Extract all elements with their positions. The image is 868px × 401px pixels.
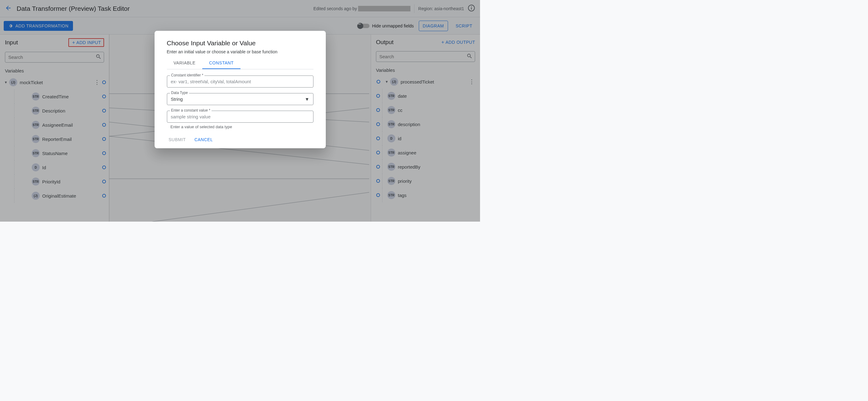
submit-button[interactable]: SUBMIT	[169, 137, 186, 142]
chevron-down-icon: ▼	[305, 96, 309, 102]
dialog-actions: SUBMIT CANCEL	[167, 135, 313, 142]
data-type-field: Data Type String ▼	[167, 93, 313, 105]
dialog-title: Choose Input Variable or Value	[167, 39, 313, 47]
dialog-scrim[interactable]: Choose Input Variable or Value Enter an …	[0, 0, 480, 222]
cancel-button[interactable]: CANCEL	[194, 137, 213, 142]
constant-identifier-field: Constant identifier *	[167, 76, 313, 88]
choose-input-dialog: Choose Input Variable or Value Enter an …	[155, 31, 326, 148]
data-type-label: Data Type	[170, 91, 189, 95]
data-type-value: String	[171, 96, 183, 102]
tab-constant[interactable]: CONSTANT	[202, 57, 241, 69]
constant-value-field: Enter a constant value *	[167, 111, 313, 123]
tab-variable[interactable]: VARIABLE	[167, 57, 202, 69]
constant-value-label: Enter a constant value *	[170, 108, 212, 113]
dialog-tabs: VARIABLE CONSTANT	[167, 57, 313, 69]
dialog-subtitle: Enter an initial value or choose a varia…	[167, 49, 313, 54]
constant-identifier-label: Constant identifier *	[170, 73, 205, 77]
constant-value-helper: Enter a value of selected data type	[167, 124, 313, 129]
